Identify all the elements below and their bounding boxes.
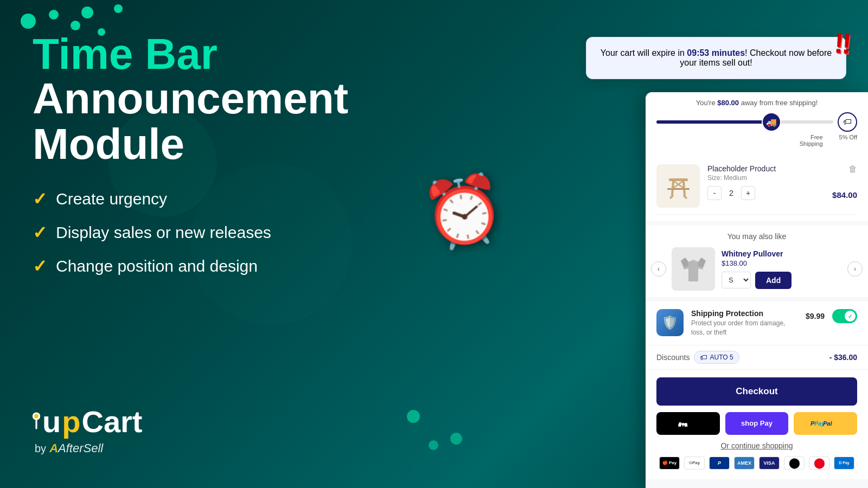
svg-text:Pay: Pay <box>679 421 687 427</box>
qty-plus-button[interactable]: + <box>741 186 755 200</box>
announcement-time: 09:53 minutes <box>687 48 745 57</box>
by-text: by <box>35 442 46 455</box>
logo-cart-text: Cart <box>81 404 142 439</box>
aftersell-rest: AfterSell <box>58 441 103 455</box>
item-image <box>656 164 700 208</box>
feature-item-3: ✓ Change position and design <box>33 256 412 277</box>
shop-pay-label: shop Pay <box>741 419 773 427</box>
toggle-knob: ✓ <box>845 311 856 322</box>
left-panel: Time Bar Announcement Module ✓ Create ur… <box>33 33 412 320</box>
discount-label-bar: 5% Off <box>839 134 857 147</box>
progress-labels: FreeShipping 5% Off <box>656 134 857 147</box>
svg-rect-0 <box>35 420 37 429</box>
progress-bar-fill <box>656 120 771 124</box>
apple-pay-icon: Pay <box>676 419 700 428</box>
upsell-item: Whitney Pullover $138.00 S M L XL Add <box>666 247 847 291</box>
item-name: Placeholder Product <box>707 164 825 173</box>
upsell-carousel: ‹ Whitney Pullover $138.00 S <box>646 247 868 291</box>
shipping-suffix: away from free shipping! <box>739 99 818 107</box>
cart-item: Placeholder Product Size: Medium - 2 + 🗑… <box>656 158 857 215</box>
continue-shopping-link[interactable]: Or continue shopping <box>656 441 857 450</box>
payment-icon-apple: 🍎 Pay <box>659 457 680 470</box>
qty-minus-button[interactable]: - <box>707 186 722 200</box>
svg-line-10 <box>684 196 686 198</box>
payment-icon-amex: AMEX <box>734 457 755 470</box>
upsell-image <box>672 247 715 291</box>
add-to-cart-button[interactable]: Add <box>755 272 792 289</box>
stool-svg <box>661 169 696 204</box>
delete-button[interactable]: 🗑 <box>848 164 857 174</box>
alarm-clock: ⏰ <box>417 167 510 256</box>
payment-icon-visa: VISA <box>759 457 780 470</box>
protection-toggle[interactable]: ✓ <box>832 309 857 323</box>
sweater-svg <box>674 250 712 288</box>
logo-area: upCart by AAfterSell <box>33 404 142 455</box>
discount-code: AUTO 5 <box>710 354 733 361</box>
upsell-price: $138.00 <box>722 259 842 267</box>
upsell-info: Whitney Pullover $138.00 S M L XL Add <box>722 249 842 289</box>
discounts-row: Discounts 🏷 AUTO 5 - $36.00 <box>646 345 868 369</box>
upcart-logo: upCart <box>33 404 142 439</box>
svg-line-9 <box>671 196 673 198</box>
title-module: Module <box>33 121 412 167</box>
svg-rect-6 <box>667 188 690 190</box>
payment-icon-mc2: ⬤ <box>809 457 829 470</box>
qty-control: - 2 + <box>707 186 825 200</box>
protection-details: Shipping Protection Protect your order f… <box>691 309 798 337</box>
cart-panel[interactable]: You're $80.00 away from free shipping! 🚚… <box>646 92 868 488</box>
tag-icon: 🏷 <box>838 112 857 132</box>
size-select[interactable]: S M L XL <box>722 272 751 288</box>
qty-value: 2 <box>726 189 737 197</box>
discount-left: Discounts 🏷 AUTO 5 <box>656 351 739 364</box>
shipping-amount: $80.00 <box>717 99 739 107</box>
payment-icon-mc: ⬤ <box>784 457 805 470</box>
payment-icon-dpay: D Pay <box>834 457 854 470</box>
checkout-button[interactable]: Checkout <box>656 377 857 406</box>
logo-up-text: u <box>42 404 61 439</box>
shipping-bar: You're $80.00 away from free shipping! 🚚… <box>646 92 868 151</box>
feature-text-2: Display sales or new releases <box>56 223 271 242</box>
aftersell-a: A <box>49 441 58 455</box>
title-timebar: Time Bar <box>33 33 412 76</box>
title-announcement: Announcement <box>33 76 412 121</box>
upsell-controls: S M L XL Add <box>722 272 842 289</box>
upsell-name: Whitney Pullover <box>722 249 842 258</box>
truck-icon: 🚚 <box>762 112 781 132</box>
free-shipping-label: FreeShipping <box>656 134 823 147</box>
discount-label: Discounts <box>656 353 690 362</box>
logo-p-text: p <box>62 404 80 439</box>
shipping-text: You're $80.00 away from free shipping! <box>656 99 857 107</box>
carousel-prev-button[interactable]: ‹ <box>651 261 666 277</box>
announcement-bar: Your cart will expire in 09:53 minutes! … <box>586 37 846 79</box>
item-size: Size: Medium <box>707 174 825 182</box>
progress-track: 🚚 🏷 <box>656 112 857 132</box>
protection-price: $9.99 <box>806 312 825 320</box>
check-mark: ✓ <box>848 313 852 319</box>
shipping-prefix: You're <box>696 99 718 107</box>
payment-icon-paypal: P <box>709 457 730 470</box>
discount-badge: 🏷 AUTO 5 <box>694 351 739 364</box>
paypal-icon: P Pay Pal <box>809 419 842 428</box>
exclamation-marks: ‼ <box>833 29 852 59</box>
payment-buttons: Pay shop Pay P Pay Pal <box>656 412 857 435</box>
shop-pay-button[interactable]: shop Pay <box>725 412 789 435</box>
item-price: $84.00 <box>832 190 857 200</box>
checkout-area: Checkout Pay shop Pay P Pay Pal Or conti… <box>646 369 868 479</box>
feature-text-3: Change position and design <box>56 257 258 275</box>
discount-tag-icon: 🏷 <box>700 353 707 362</box>
announcement-prefix: Your cart will expire in <box>601 48 687 57</box>
feature-list: ✓ Create urgency ✓ Display sales or new … <box>33 189 412 277</box>
payment-icons-row: 🍎 Pay GPay P AMEX VISA ⬤ ⬤ D Pay <box>656 457 857 474</box>
apple-pay-button[interactable]: Pay <box>656 412 720 435</box>
svg-point-2 <box>34 414 39 418</box>
cart-items-area: Placeholder Product Size: Medium - 2 + 🗑… <box>646 151 868 221</box>
carousel-next-button[interactable]: › <box>847 261 863 277</box>
paypal-button[interactable]: P Pay Pal <box>794 412 857 435</box>
check-icon-2: ✓ <box>33 222 47 243</box>
feature-text-1: Create urgency <box>56 190 167 208</box>
feature-item-2: ✓ Display sales or new releases <box>33 222 412 243</box>
upsell-title: You may also like <box>646 232 868 241</box>
svg-text:Pal: Pal <box>823 420 832 427</box>
check-icon-3: ✓ <box>33 256 47 277</box>
item-details: Placeholder Product Size: Medium - 2 + <box>707 164 825 200</box>
